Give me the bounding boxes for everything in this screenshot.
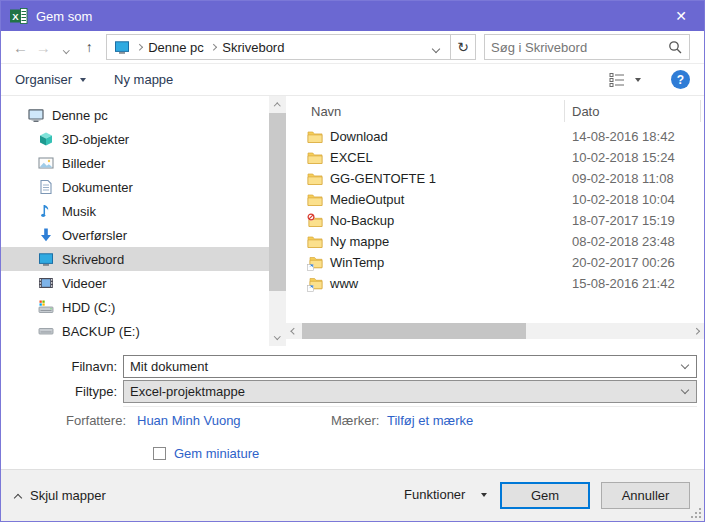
- close-icon[interactable]: ✕: [658, 1, 704, 31]
- computer-icon: [28, 107, 44, 123]
- command-toolbar: Organiser Ny mappe ?: [1, 64, 704, 96]
- svg-text:X: X: [12, 11, 19, 22]
- scroll-up-icon[interactable]: [269, 96, 286, 113]
- breadcrumb-item-skrivebord[interactable]: Skrivebord: [222, 40, 284, 55]
- file-row-www[interactable]: www15-08-2016 21:42: [286, 273, 704, 294]
- scroll-left-icon[interactable]: [286, 323, 302, 339]
- folder-icon: [307, 150, 323, 166]
- file-date: 10-02-2018 15:24: [564, 150, 675, 165]
- add-tag-link[interactable]: Tilføj et mærke: [387, 413, 473, 428]
- search-icon[interactable]: [667, 39, 683, 55]
- authors-value-link[interactable]: Huan Minh Vuong: [137, 413, 241, 428]
- chevron-up-icon: [14, 493, 22, 501]
- sidebar-item-backup-e[interactable]: BACKUP (E:): [1, 319, 269, 343]
- file-row-gg-gentofte-1[interactable]: GG-GENTOFTE 109-02-2018 11:08: [286, 168, 704, 189]
- file-name-cell: No-Backup: [286, 213, 564, 229]
- sidebar-item-label: HDD (C:): [62, 300, 115, 315]
- file-row-no-backup[interactable]: No-Backup18-07-2017 15:19: [286, 210, 704, 231]
- breadcrumb-item-denne-pc[interactable]: Denne pc: [148, 40, 204, 55]
- sidebar-item-billeder[interactable]: Billeder: [1, 151, 269, 175]
- file-row-ny-mappe[interactable]: Ny mappe08-02-2018 23:48: [286, 231, 704, 252]
- sidebar-item-dokumenter[interactable]: Dokumenter: [1, 175, 269, 199]
- main-area: Denne pc3D-objekterBillederDokumenterMus…: [1, 96, 704, 346]
- file-name: No-Backup: [330, 213, 394, 228]
- file-row-excel[interactable]: EXCEL10-02-2018 15:24: [286, 147, 704, 168]
- scroll-right-icon[interactable]: [688, 323, 704, 339]
- filetype-value: Excel-projektmappe: [130, 384, 674, 399]
- filetype-label: Filtype:: [1, 384, 117, 399]
- file-name: Ny mappe: [330, 234, 389, 249]
- tags-label: Mærker:: [331, 413, 379, 428]
- sidebar-item-label: BACKUP (E:): [62, 324, 140, 339]
- column-header-date[interactable]: Dato: [564, 104, 599, 119]
- sidebar-item-label: Overførsler: [62, 228, 127, 243]
- organize-label: Organiser: [15, 72, 72, 87]
- file-date: 09-02-2018 11:08: [564, 171, 674, 186]
- sidebar-item-denne-pc[interactable]: Denne pc: [1, 103, 269, 127]
- desktop-icon: [38, 251, 54, 267]
- file-row-wintemp[interactable]: WinTemp20-02-2017 00:26: [286, 252, 704, 273]
- column-divider[interactable]: [700, 100, 701, 122]
- search-box: [484, 34, 690, 60]
- documents-icon: [38, 179, 54, 195]
- navigation-bar: ← → ↑ Denne pc Skrivebord ↻: [1, 31, 704, 64]
- sidebar-item-videoer[interactable]: Videoer: [1, 271, 269, 295]
- sidebar-scrollbar-thumb[interactable]: [269, 113, 286, 291]
- sidebar-tree: Denne pc3D-objekterBillederDokumenterMus…: [1, 96, 269, 346]
- save-thumbnail-label[interactable]: Gem miniature: [174, 446, 259, 461]
- change-view-button[interactable]: [609, 72, 641, 88]
- sidebar-item-overførsler[interactable]: Overførsler: [1, 223, 269, 247]
- window-title: Gem som: [36, 9, 92, 24]
- hide-folders-button[interactable]: Skjul mapper: [15, 488, 106, 503]
- sidebar-item-3d-objekter[interactable]: 3D-objekter: [1, 127, 269, 151]
- sidebar-item-label: Skrivebord: [62, 252, 124, 267]
- folder-shortcut-icon: [307, 255, 323, 271]
- file-list: Navn Dato Download14-08-2016 18:42EXCEL1…: [286, 96, 704, 346]
- back-icon[interactable]: ←: [9, 40, 32, 55]
- horizontal-scrollbar[interactable]: [286, 323, 704, 339]
- filename-label: Filnavn:: [1, 359, 117, 374]
- file-date: 20-02-2017 00:26: [564, 255, 675, 270]
- help-icon[interactable]: ?: [671, 70, 690, 89]
- up-icon[interactable]: ↑: [78, 40, 101, 54]
- organize-button[interactable]: Organiser: [15, 72, 86, 87]
- sidebar-item-label: Dokumenter: [62, 180, 133, 195]
- dropdown-triangle-icon: [635, 78, 641, 82]
- sidebar-scrollbar[interactable]: [269, 96, 286, 346]
- pictures-icon: [38, 155, 54, 171]
- file-row-download[interactable]: Download14-08-2016 18:42: [286, 126, 704, 147]
- filetype-select[interactable]: Excel-projektmappe: [123, 380, 697, 403]
- horizontal-scrollbar-thumb[interactable]: [302, 323, 526, 339]
- file-name-cell: Ny mappe: [286, 234, 564, 250]
- column-header-name[interactable]: Navn: [286, 104, 564, 119]
- toolbar-right-group: ?: [609, 70, 690, 89]
- file-name: Download: [330, 129, 388, 144]
- cancel-button[interactable]: Annuller: [601, 482, 690, 509]
- sidebar-item-skrivebord[interactable]: Skrivebord: [1, 247, 269, 271]
- file-name-cell: Download: [286, 129, 564, 145]
- forward-icon[interactable]: →: [32, 40, 55, 55]
- address-dropdown-chevron-icon[interactable]: [429, 40, 443, 55]
- sidebar-item-musik[interactable]: Musik: [1, 199, 269, 223]
- new-folder-button[interactable]: Ny mappe: [114, 72, 173, 87]
- file-row-medieoutput[interactable]: MedieOutput10-02-2018 10:04: [286, 189, 704, 210]
- save-thumbnail-option: Gem miniature: [153, 446, 259, 461]
- scroll-down-icon[interactable]: [269, 329, 286, 346]
- videos-icon: [38, 275, 54, 291]
- refresh-icon[interactable]: ↻: [450, 35, 475, 59]
- details-view-icon: [609, 72, 625, 88]
- search-input[interactable]: [491, 40, 667, 55]
- recent-locations-chevron-icon[interactable]: [55, 40, 78, 55]
- tools-dropdown-button[interactable]: Funktioner: [404, 487, 487, 502]
- chevron-down-icon[interactable]: [674, 356, 696, 377]
- address-bar[interactable]: Denne pc Skrivebord ↻: [106, 34, 476, 60]
- save-button[interactable]: Gem: [500, 482, 590, 509]
- file-name: WinTemp: [330, 255, 384, 270]
- filename-input[interactable]: [124, 359, 674, 374]
- resize-grip[interactable]: [691, 508, 701, 518]
- drive-icon: [38, 323, 54, 339]
- column-divider[interactable]: [564, 100, 565, 122]
- folder-icon: [307, 171, 323, 187]
- save-thumbnail-checkbox[interactable]: [153, 447, 166, 460]
- sidebar-item-hdd-c[interactable]: HDD (C:): [1, 295, 269, 319]
